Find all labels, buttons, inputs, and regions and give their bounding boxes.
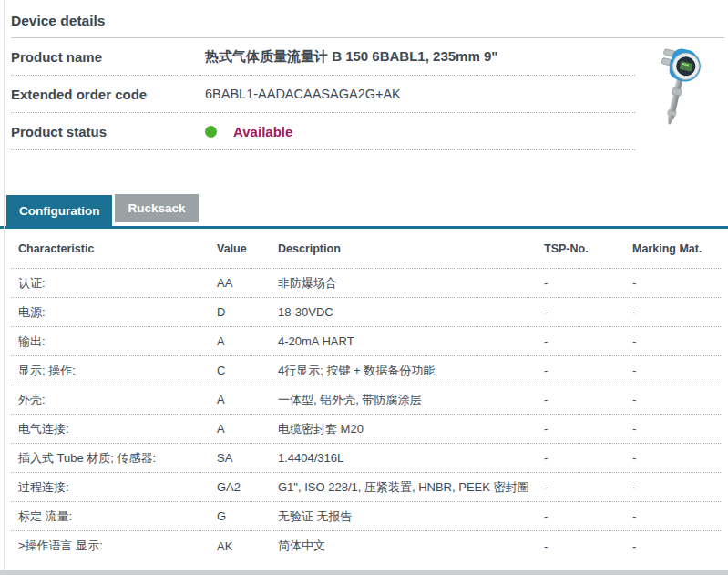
cell-description: 简体中文 <box>278 538 544 554</box>
cell-value: AK <box>217 539 278 553</box>
table-row: 过程连接: GA2 G1", ISO 228/1, 压紧装置, HNBR, PE… <box>11 473 721 502</box>
cell-description: 一体型, 铝外壳, 带防腐涂层 <box>278 392 544 408</box>
status-badge: Available <box>233 124 292 139</box>
table-row: 输出: A 4-20mA HART - - <box>11 327 721 356</box>
cell-description: G1", ISO 228/1, 压紧装置, HNBR, PEEK 密封圈 <box>278 479 544 496</box>
table-row: 插入式 Tube 材质; 传感器: SA 1.4404/316L - - <box>11 444 721 473</box>
cell-marking: - <box>632 276 721 290</box>
col-header-value: Value <box>217 242 278 255</box>
device-details-page: Device details Product name 热式气体质量流量计 B … <box>0 0 728 575</box>
table-row: 电源: D 18-30VDC - - <box>11 298 721 327</box>
flowmeter-illustration <box>642 42 723 126</box>
cell-marking: - <box>632 305 721 319</box>
cell-description: 非防爆场合 <box>278 275 544 292</box>
extended-order-code-label: Extended order code <box>11 87 205 102</box>
cell-tsp: - <box>544 509 632 523</box>
cell-characteristic: 过程连接: <box>18 479 217 496</box>
product-status-label: Product status <box>11 124 205 139</box>
cell-characteristic: 外壳: <box>18 392 217 408</box>
cell-characteristic: 插入式 Tube 材质; 传感器: <box>18 450 217 467</box>
cell-tsp: - <box>544 276 632 290</box>
cell-description: 4行显示; 按键 + 数据备份功能 <box>278 363 544 379</box>
cell-description: 无验证 无报告 <box>278 508 544 525</box>
cell-value: GA2 <box>217 480 278 494</box>
cell-tsp: - <box>544 305 632 319</box>
left-border-rule <box>4 0 5 575</box>
cell-characteristic: 显示; 操作: <box>18 363 217 379</box>
status-dot-icon <box>205 126 217 138</box>
cell-tsp: - <box>544 480 632 494</box>
cell-tsp: - <box>544 334 632 348</box>
cell-characteristic: 标定 流量: <box>18 508 217 525</box>
cell-characteristic: 电源: <box>18 304 217 321</box>
product-name-row: Product name 热式气体质量流量计 B 150 6BABL1, 235… <box>11 38 635 76</box>
cell-value: A <box>217 422 278 436</box>
cell-marking: - <box>632 451 721 465</box>
table-row: >操作语言 显示: AK 简体中文 - - <box>11 531 721 560</box>
tab-bar: Configuration Rucksack <box>0 194 728 229</box>
horizontal-scrollbar[interactable] <box>0 570 728 575</box>
col-header-description: Description <box>278 242 544 255</box>
table-row: 标定 流量: G 无验证 无报告 - - <box>11 502 721 531</box>
cell-tsp: - <box>544 451 632 465</box>
col-header-characteristic: Characteristic <box>18 242 217 255</box>
table-row: 外壳: A 一体型, 铝外壳, 带防腐涂层 - - <box>11 385 721 415</box>
cell-marking: - <box>632 539 721 553</box>
cell-tsp: - <box>544 539 632 553</box>
cell-marking: - <box>632 422 721 436</box>
cell-tsp: - <box>544 393 632 406</box>
cell-marking: - <box>632 334 721 348</box>
product-status-row: Product status Available <box>11 113 635 150</box>
cell-value: A <box>217 393 278 406</box>
cell-description: 18-30VDC <box>278 305 544 319</box>
extended-order-code-row: Extended order code 6BABL1-AADACAASAGA2G… <box>11 76 635 113</box>
tab-configuration[interactable]: Configuration <box>6 195 112 226</box>
table-row: 显示; 操作: C 4行显示; 按键 + 数据备份功能 - - <box>11 356 721 385</box>
extended-order-code-value: 6BABL1-AADACAASAGA2G+AK <box>205 87 401 101</box>
cell-description: 4-20mA HART <box>278 334 544 348</box>
cell-value: SA <box>217 451 278 465</box>
device-details-section: Device details Product name 热式气体质量流量计 B … <box>0 0 728 150</box>
cell-value: G <box>217 509 278 523</box>
table-row: 电气连接: A 电缆密封套 M20 - - <box>11 415 721 444</box>
cell-tsp: - <box>544 422 632 436</box>
cell-characteristic: >操作语言 显示: <box>18 538 217 554</box>
page-title: Device details <box>11 0 724 38</box>
tab-rucksack[interactable]: Rucksack <box>115 194 198 222</box>
cell-marking: - <box>632 364 721 377</box>
cell-value: A <box>217 334 278 348</box>
product-name-value: 热式气体质量流量计 B 150 6BABL1, 235mm 9" <box>205 48 497 66</box>
cell-value: C <box>217 364 278 377</box>
cell-marking: - <box>632 509 721 523</box>
product-name-label: Product name <box>11 49 205 65</box>
cell-tsp: - <box>544 364 632 377</box>
col-header-tsp-no: TSP-No. <box>544 242 632 255</box>
cell-marking: - <box>632 393 721 406</box>
cell-characteristic: 认证: <box>18 275 217 292</box>
cell-characteristic: 输出: <box>18 334 217 350</box>
col-header-marking-mat: Marking Mat. <box>632 242 721 255</box>
cell-characteristic: 电气连接: <box>18 421 217 437</box>
cell-marking: - <box>632 480 721 494</box>
cell-description: 1.4404/316L <box>278 451 544 465</box>
cell-value: AA <box>217 276 278 290</box>
cell-description: 电缆密封套 M20 <box>278 421 544 437</box>
table-row: 认证: AA 非防爆场合 - - <box>11 269 721 298</box>
product-image <box>642 42 723 126</box>
table-header-row: Characteristic Value Description TSP-No.… <box>11 229 721 269</box>
cell-value: D <box>217 305 278 319</box>
configuration-table: Characteristic Value Description TSP-No.… <box>0 229 728 560</box>
